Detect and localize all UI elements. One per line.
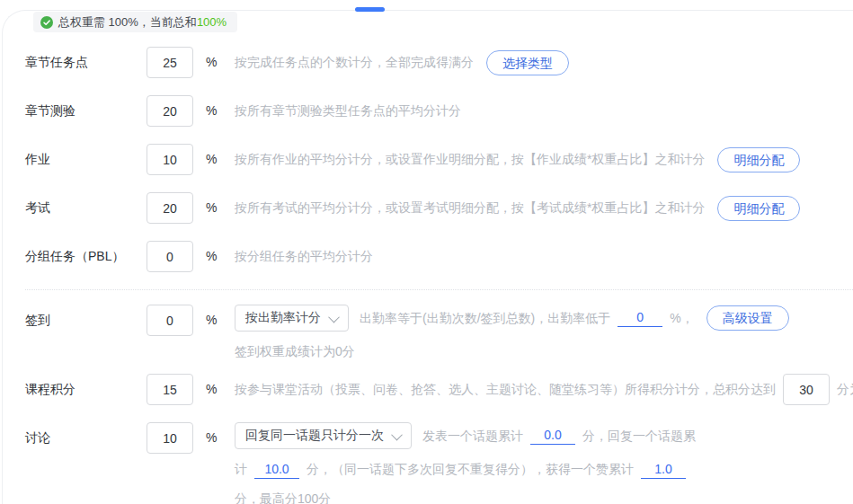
description-text: 分，回复一个话题累 — [582, 427, 696, 446]
chapter-tasks-content: 按完成任务点的个数计分，全部完成得满分选择类型 — [235, 47, 853, 78]
banner-current-total: 100% — [197, 15, 227, 29]
weight-rows: 章节任务点%按完成任务点的个数计分，全部完成得满分选择类型章节测验%按所有章节测… — [0, 47, 853, 504]
discussion-unit: % — [206, 422, 222, 454]
description-text: 出勤率等于(出勤次数/签到总数)，出勤率低于 — [360, 309, 610, 328]
attendance-mode-select-value: 按出勤率计分 — [245, 310, 321, 326]
group-task-pbl-weight-input[interactable] — [147, 241, 193, 272]
chapter-quiz-content: 按所有章节测验类型任务点的平均分计分 — [235, 95, 853, 127]
chevron-down-icon — [391, 429, 403, 440]
weight-settings-page: 总权重需 100%，当前总和 100% 章节任务点%按完成任务点的个数计分，全部… — [0, 0, 853, 504]
description-text: 按分组任务的平均分计分 — [235, 247, 373, 266]
like-score-input[interactable]: 1.0 — [641, 461, 686, 479]
sign-in-content: 按出勤率计分出勤率等于(出勤次数/签到总数)，出勤率低于0%，高级设置签到权重成… — [235, 305, 853, 361]
description-text: 按所有考试的平均分计分，或设置考试明细分配，按【考试成绩*权重占比】之和计分 — [235, 199, 705, 217]
sign-in-label: 签到 — [25, 305, 147, 336]
course-points-weight-input[interactable] — [147, 374, 193, 405]
banner-text: 总权重需 100%，当前总和 — [58, 14, 197, 31]
group-task-pbl-label: 分组任务（PBL） — [25, 241, 147, 272]
course-points-label: 课程积分 — [25, 374, 147, 405]
advanced-settings-button[interactable]: 高级设置 — [706, 305, 789, 331]
description-text: 按所有作业的平均分计分，或设置作业明细分配，按【作业成绩*权重占比】之和计分 — [235, 150, 705, 169]
description-text: 按完成任务点的个数计分，全部完成得满分 — [235, 53, 474, 72]
topic-post-score-input[interactable]: 0.0 — [530, 427, 575, 445]
active-tab-indicator — [355, 7, 385, 12]
row-sign-in: 签到%按出勤率计分出勤率等于(出勤次数/签到总数)，出勤率低于0%，高级设置签到… — [0, 305, 853, 361]
max-points-input[interactable] — [783, 374, 830, 405]
description-text: 计 — [235, 460, 247, 479]
description-text: 按参与课堂活动（投票、问卷、抢答、选人、主题讨论、随堂练习等）所得积分计分，总积… — [235, 380, 776, 399]
homework-unit: % — [206, 144, 222, 175]
chapter-quiz-weight-input[interactable] — [147, 95, 193, 127]
section-divider — [25, 289, 853, 290]
row-chapter-quiz: 章节测验%按所有章节测验类型任务点的平均分计分 — [0, 95, 853, 127]
sign-in-unit: % — [206, 305, 222, 336]
course-points-unit: % — [206, 374, 222, 405]
course-points-content: 按参与课堂活动（投票、问卷、抢答、选人、主题讨论、随堂练习等）所得积分计分，总积… — [235, 374, 853, 405]
homework-detail-allocation-button[interactable]: 明细分配 — [717, 147, 800, 172]
row-chapter-tasks: 章节任务点%按完成任务点的个数计分，全部完成得满分选择类型 — [0, 47, 853, 78]
exam-unit: % — [206, 192, 222, 224]
description-text: 分，（同一话题下多次回复不重复得分），获得一个赞累计 — [307, 460, 634, 479]
discussion-score-mode-select-value: 回复同一话题只计分一次 — [245, 428, 384, 444]
description-text: 签到权重成绩计为0分 — [235, 342, 355, 361]
chapter-quiz-label: 章节测验 — [25, 95, 147, 127]
select-type-button[interactable]: 选择类型 — [486, 50, 569, 75]
row-discussion: 讨论%回复同一话题只计分一次发表一个话题累计0.0分，回复一个话题累计10.0分… — [0, 422, 853, 504]
chapter-tasks-unit: % — [206, 47, 222, 78]
group-task-pbl-content: 按分组任务的平均分计分 — [235, 241, 853, 272]
discussion-label: 讨论 — [25, 422, 147, 454]
group-task-pbl-unit: % — [206, 241, 222, 272]
discussion-content: 回复同一话题只计分一次发表一个话题累计0.0分，回复一个话题累计10.0分，（同… — [235, 422, 853, 504]
topic-reply-score-input[interactable]: 10.0 — [254, 461, 299, 479]
attendance-mode-select[interactable]: 按出勤率计分 — [235, 305, 349, 332]
check-circle-icon — [40, 16, 53, 29]
description-text: 按所有章节测验类型任务点的平均分计分 — [235, 102, 461, 120]
chevron-down-icon — [328, 311, 340, 323]
discussion-weight-input[interactable] — [147, 422, 193, 454]
description-text: 发表一个话题累计 — [422, 427, 523, 446]
exam-weight-input[interactable] — [147, 192, 193, 224]
homework-label: 作业 — [25, 144, 147, 175]
row-homework: 作业%按所有作业的平均分计分，或设置作业明细分配，按【作业成绩*权重占比】之和计… — [0, 144, 853, 175]
sign-in-weight-input[interactable] — [147, 305, 193, 336]
homework-content: 按所有作业的平均分计分，或设置作业明细分配，按【作业成绩*权重占比】之和计分明细… — [235, 144, 853, 175]
description-text: %， — [670, 309, 693, 328]
chapter-tasks-label: 章节任务点 — [25, 47, 147, 78]
homework-weight-input[interactable] — [147, 144, 193, 175]
row-exam: 考试%按所有考试的平均分计分，或设置考试明细分配，按【考试成绩*权重占比】之和计… — [0, 192, 853, 224]
row-group-task-pbl: 分组任务（PBL）%按分组任务的平均分计分 — [0, 241, 853, 272]
row-course-points: 课程积分%按参与课堂活动（投票、问卷、抢答、选人、主题讨论、随堂练习等）所得积分… — [0, 374, 853, 405]
exam-detail-allocation-button[interactable]: 明细分配 — [717, 196, 800, 221]
exam-content: 按所有考试的平均分计分，或设置考试明细分配，按【考试成绩*权重占比】之和计分明细… — [235, 192, 853, 224]
exam-label: 考试 — [25, 192, 147, 224]
total-weight-banner: 总权重需 100%，当前总和 100% — [33, 12, 237, 32]
chapter-quiz-unit: % — [206, 95, 222, 127]
chapter-tasks-weight-input[interactable] — [147, 47, 193, 78]
description-text: 分，最高分100分 — [235, 490, 331, 504]
attendance-threshold-input[interactable]: 0 — [618, 309, 662, 327]
discussion-score-mode-select[interactable]: 回复同一话题只计分一次 — [235, 422, 412, 449]
description-text: 分为满分 — [837, 380, 853, 399]
